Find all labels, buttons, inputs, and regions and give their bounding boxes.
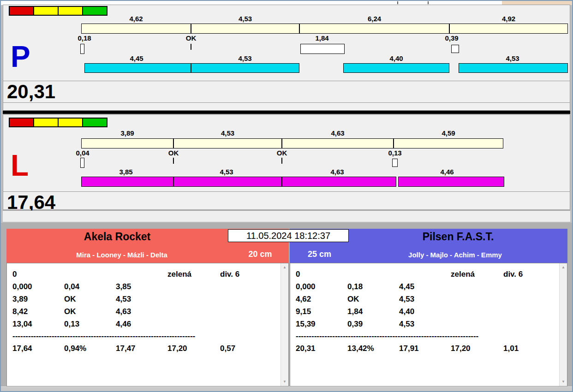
log-cell: 1,01 [503,342,519,355]
start-light-3 [58,119,82,126]
log-cell: 17,20 [167,342,187,355]
dog-time-bar [84,63,299,73]
log-cell: 0 [12,268,17,280]
log-cell: 0,57 [220,342,235,355]
log-cell: 4,45 [399,280,414,293]
dog-time-label: 4,63 [323,168,351,176]
log-row: 0 zelená div. 6 [7,268,288,280]
race-timestamp: 11.05.2024 18:12:37 [228,229,349,242]
split-times-row: 3,89 4,53 4,63 4,59 [81,129,503,137]
scroll-down-button[interactable]: ▼ [281,378,288,386]
lane-total-time: 20,31 [7,81,55,102]
bar-segment [394,139,503,148]
team-lineup: Mira - Looney - Mázli - Delta [6,251,237,259]
titlebar-mark [397,1,398,4]
changeover-label: 0,18 [71,34,98,42]
bar-segment [82,139,174,148]
bar-segment [459,64,567,72]
separator-strip [3,210,570,222]
log-cell: zelená [451,268,475,280]
log-row: 15,39 0,39 4,53 [290,318,567,330]
log-cell: 0,000 [296,280,316,293]
log-cell: 0 [296,268,300,280]
start-light-1 [10,119,33,126]
log-totals-row: 20,31 13,42% 17,91 17,20 1,01 [290,342,567,355]
titlebar-mark [428,1,429,4]
scroll-down-button[interactable]: ▼ [560,378,567,386]
dog-time-bar [459,63,568,73]
separator-line [3,81,570,81]
changeover-label: OK [160,149,187,157]
log-pane-right[interactable]: 0 zelená div. 6 0,000 0,18 4,45 4,62 OK … [290,263,567,386]
log-row: 0,000 0,18 4,45 [290,280,567,293]
log-row: 0 zelená div. 6 [290,268,567,280]
bar-segment [300,24,450,33]
log-cell: OK [64,305,76,318]
lane-letter: P [11,42,30,71]
bar-segment [85,64,191,72]
log-cell: 9,15 [296,305,311,318]
jump-height-label: 25 cm [300,249,339,259]
changeover-mark-box [451,45,459,53]
log-divider-row: ----------------------------------------… [12,330,205,342]
dog-time-bar [398,177,504,187]
log-cell: zelená [167,268,191,280]
dog-time-label: 4,46 [433,168,461,176]
log-row: 8,42 OK 4,63 [7,305,288,318]
bar-segment [399,177,504,186]
bar-segment [191,24,300,33]
log-cell: 4,46 [116,318,131,330]
log-row: 0,000 0,04 3,85 [7,280,288,293]
split-time-label: 3,89 [81,129,173,137]
split-time-label: 6,24 [299,15,449,23]
lane-letter: L [11,151,29,180]
log-cell: 4,40 [399,305,414,318]
log-cell: OK [64,293,76,305]
split-time-label: 4,53 [173,129,282,137]
changeover-mark-box [80,44,84,54]
scrollbar[interactable]: ▲ ▼ [281,263,288,386]
bar-segment [282,139,394,148]
start-light-3 [58,7,82,15]
bar-segment [82,177,174,186]
log-divider-row: ----------------------------------------… [296,330,489,342]
log-cell: 4,62 [296,293,311,305]
dog-time-bar [343,63,449,73]
log-cell: 13,04 [12,318,32,330]
log-row: 3,89 OK 4,53 [7,293,288,305]
split-time-label: 4,59 [394,129,503,137]
dog-time-label: 4,40 [382,54,410,62]
log-totals-row: 17,64 0,94% 17,47 17,20 0,57 [7,342,288,355]
bar-segment [174,139,282,148]
scroll-up-button[interactable]: ▲ [560,264,567,271]
separator-line [3,102,570,103]
lane-run-bar [81,138,503,148]
team-lineup: Jolly - Majlo - Achim - Emmy [343,251,567,259]
log-cell: div. 6 [503,268,523,280]
log-row: 4,62 OK 4,53 [290,293,567,305]
dog-time-label: 4,45 [123,54,150,62]
changeover-label: 0,13 [381,149,409,157]
log-cell: 17,91 [399,342,419,355]
bar-segment [282,177,396,186]
log-cell: 3,89 [12,293,28,305]
log-cell: 1,84 [347,305,363,318]
changeover-label: 0,04 [69,149,96,157]
log-pane-left[interactable]: 0 zelená div. 6 0,000 0,04 3,85 3,89 OK … [6,263,289,386]
log-cell: 0,39 [347,318,363,330]
log-cell: 4,53 [399,318,414,330]
bar-segment [82,24,191,33]
dog-time-label: 4,53 [231,54,259,62]
scrollbar[interactable]: ▲ ▼ [559,263,567,386]
dog-time-label: 4,53 [499,54,526,62]
dog-time-bar [81,177,396,187]
jump-height-label: 20 cm [239,249,281,259]
changeover-mark-box [392,159,398,167]
log-cell: 8,42 [12,305,28,318]
changeover-mark-box [80,158,84,168]
split-time-label: 4,53 [191,15,299,23]
changeover-tick [173,158,174,164]
start-light-1 [10,7,33,15]
start-light-4 [82,119,107,126]
scroll-up-button[interactable]: ▲ [281,264,288,271]
